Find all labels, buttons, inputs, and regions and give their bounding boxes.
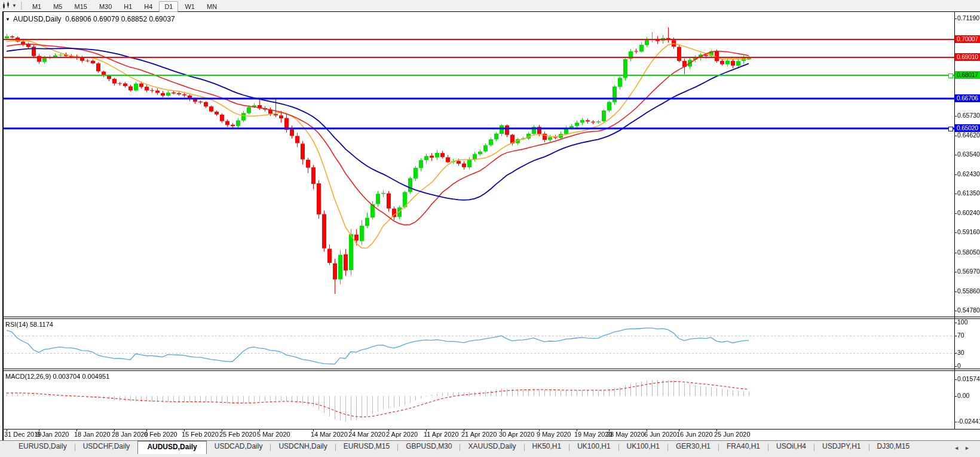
chart-tab-usdcnh-daily[interactable]: USDCNH,Daily bbox=[271, 441, 335, 453]
chart-title: ▼AUDUSD,Daily 0.68906 0.69079 0.68852 0.… bbox=[5, 15, 175, 23]
rsi-axis-tick-label: 100 bbox=[957, 318, 968, 326]
date-axis-label: 18 Jan 2020 bbox=[74, 431, 111, 438]
price-line-label[interactable]: 0.69010 bbox=[955, 53, 980, 61]
chart-tab-usdcad-daily[interactable]: USDCAD,Daily bbox=[207, 441, 271, 453]
date-axis-label: 24 Mar 2020 bbox=[348, 431, 385, 438]
chart-tab-eurusd-m15[interactable]: EURUSD,M15 bbox=[336, 441, 397, 453]
timeframe-button-m1[interactable]: M1 bbox=[27, 1, 47, 12]
chart-tab-audusd-daily[interactable]: AUDUSD,Daily bbox=[137, 441, 206, 454]
rsi-indicator-label: RSI(14) 58.1174 bbox=[5, 321, 53, 328]
macd-axis-tick-label: 0.00 bbox=[957, 392, 969, 399]
candlestick-chart-icon[interactable] bbox=[1, 1, 11, 10]
date-axis-label: 5 Mar 2020 bbox=[257, 431, 290, 438]
date-axis-label: 21 Apr 2020 bbox=[461, 431, 497, 438]
price-axis-tick-label: 0.62430 bbox=[957, 170, 980, 177]
macd-indicator-label: MACD(12,26,9) 0.003704 0.004951 bbox=[5, 373, 109, 380]
chart-tab-usdchf-daily[interactable]: USDCHF,Daily bbox=[75, 441, 138, 453]
timeframe-button-h1[interactable]: H1 bbox=[118, 1, 137, 12]
timeframe-button-h4[interactable]: H4 bbox=[139, 1, 158, 12]
chart-symbol-period: AUDUSD,Daily bbox=[13, 15, 62, 23]
price-line-label[interactable]: 0.70007 bbox=[955, 35, 980, 43]
timeframe-button-d1[interactable]: D1 bbox=[159, 1, 178, 12]
timeframe-button-m5[interactable]: M5 bbox=[48, 1, 68, 12]
chart-tab-gbpusd-m30[interactable]: GBPUSD,M30 bbox=[398, 441, 460, 453]
rsi-axis-tick-label: 30 bbox=[957, 349, 964, 356]
macd-axis-tick-label: 0.015741 bbox=[957, 375, 980, 382]
price-line-label[interactable]: 0.68017 bbox=[955, 71, 980, 79]
timeframes-toolbar: ▼ M1M5M15M30H1H4D1W1MN bbox=[0, 0, 980, 11]
macd-axis-tick-label: -0.024412 bbox=[957, 418, 980, 425]
price-axis-tick-label: 0.65730 bbox=[957, 112, 980, 119]
date-axis-label: 16 Jun 2020 bbox=[676, 431, 713, 438]
chart-tab-bar: EURUSD,DailyUSDCHF,DailyAUDUSD,DailyUSDC… bbox=[0, 440, 980, 457]
chart-tab-uk100-h1[interactable]: UK100,H1 bbox=[619, 441, 667, 453]
price-axis-tick-label: 0.71190 bbox=[957, 14, 979, 22]
date-axis-label: 25 Feb 2020 bbox=[219, 431, 256, 438]
date-axis-label: 2 Apr 2020 bbox=[386, 431, 418, 438]
price-axis-tick-label: 0.61350 bbox=[957, 189, 980, 197]
price-chart-canvas[interactable] bbox=[0, 0, 980, 441]
chart-ohlc-values: 0.68906 0.69079 0.68852 0.69037 bbox=[65, 15, 175, 23]
price-axis-tick-label: 0.58050 bbox=[957, 249, 980, 256]
chart-tab-fra40-h1[interactable]: FRA40,H1 bbox=[719, 441, 768, 453]
date-axis-label: 6 Feb 2020 bbox=[144, 431, 177, 438]
tab-scroll-right-icon[interactable]: ► bbox=[964, 445, 975, 451]
chart-tab-uk100-h1[interactable]: UK100,H1 bbox=[569, 441, 618, 453]
price-axis-tick-label: 0.55860 bbox=[957, 287, 980, 295]
timeframe-button-w1[interactable]: W1 bbox=[179, 1, 200, 12]
date-axis-label: 30 Apr 2020 bbox=[499, 431, 534, 438]
price-line-label[interactable]: 0.65020 bbox=[955, 124, 980, 132]
timeframe-button-m30[interactable]: M30 bbox=[94, 1, 117, 12]
chart-tab-usdjpy-h1[interactable]: USDJPY,H1 bbox=[814, 441, 868, 453]
chart-tab-eurusd-daily[interactable]: EURUSD,Daily bbox=[11, 441, 75, 453]
price-axis-tick-label: 0.63540 bbox=[957, 151, 980, 158]
price-line-label[interactable]: 0.66706 bbox=[955, 94, 980, 102]
price-axis-tick-label: 0.64620 bbox=[957, 131, 980, 139]
rsi-axis-tick-label: 0 bbox=[957, 362, 961, 369]
chart-window: ▼AUDUSD,Daily 0.68906 0.69079 0.68852 0.… bbox=[0, 0, 980, 441]
price-axis-tick-label: 0.54780 bbox=[957, 306, 980, 314]
date-axis-label: 28 Jan 2020 bbox=[112, 431, 148, 438]
price-axis-tick-label: 0.60240 bbox=[957, 209, 980, 216]
chart-tab-ger30-h1[interactable]: GER30,H1 bbox=[668, 441, 718, 453]
date-axis-label: 25 Jun 2020 bbox=[714, 431, 751, 438]
mt4-terminal: { "toolbar": { "chart_icon": "candlestic… bbox=[0, 0, 980, 457]
date-axis-label: 15 Feb 2020 bbox=[182, 431, 219, 438]
date-axis-label: 9 May 2020 bbox=[537, 431, 571, 438]
date-axis-label: 28 May 2020 bbox=[607, 431, 645, 438]
chart-tab-xauusd-daily[interactable]: XAUUSD,Daily bbox=[460, 441, 523, 453]
chart-tab-usoil-h4[interactable]: USOil,H4 bbox=[768, 441, 814, 453]
line-drag-handle[interactable] bbox=[948, 127, 953, 131]
price-axis-tick-label: 0.56970 bbox=[957, 268, 980, 275]
chart-tab-hk50-h1[interactable]: HK50,H1 bbox=[525, 441, 569, 453]
timeframe-button-mn[interactable]: MN bbox=[201, 1, 222, 12]
price-axis-tick-label: 0.59160 bbox=[957, 228, 980, 235]
date-axis-label: 6 Jun 2020 bbox=[644, 431, 676, 438]
chevron-down-icon[interactable]: ▼ bbox=[12, 3, 17, 8]
chart-tab-dj30-m15[interactable]: DJ30,M15 bbox=[869, 441, 918, 453]
date-axis-label: 14 Mar 2020 bbox=[311, 431, 348, 438]
line-drag-handle[interactable] bbox=[948, 73, 953, 78]
timeframe-button-m15[interactable]: M15 bbox=[69, 1, 92, 12]
tab-scroll-left-icon[interactable]: ◄ bbox=[954, 445, 964, 451]
chart-title-dropdown-icon[interactable]: ▼ bbox=[5, 17, 10, 22]
date-axis-label: 11 Apr 2020 bbox=[424, 431, 459, 438]
toolbar-grip[interactable] bbox=[21, 2, 22, 10]
date-axis-label: 9 Jan 2020 bbox=[36, 431, 69, 438]
rsi-axis-tick-label: 70 bbox=[957, 332, 964, 339]
